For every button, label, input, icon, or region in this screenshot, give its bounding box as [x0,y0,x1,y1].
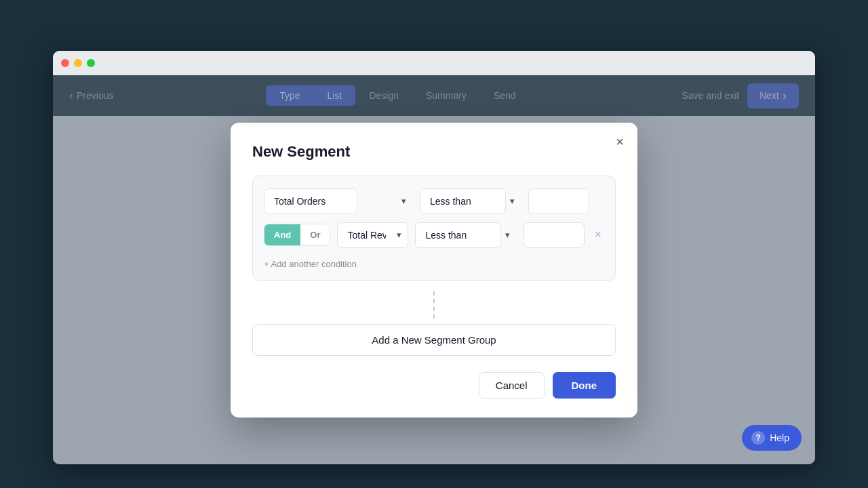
condition1-field-chevron-icon: ▾ [401,196,406,206]
condition-row-2: And Or Total Revenue Total Orders Last O… [264,222,604,248]
add-condition-link[interactable]: + Add another condition [264,256,357,273]
dashed-connector [252,291,616,319]
condition-row-1: Total Orders Total Revenue Last Order Fi… [264,188,604,214]
or-toggle-button[interactable]: Or [300,224,330,245]
browser-titlebar [53,51,815,75]
condition2-operator-select[interactable]: Less than Greater than Equal to [415,222,501,248]
condition2-value-input[interactable]: $50 [524,222,585,248]
dashed-line [433,291,435,319]
condition1-operator-select[interactable]: Less than Greater than Equal to [420,188,506,214]
condition2-remove-button[interactable]: × [591,226,604,243]
modal-backdrop: New Segment × Total Orders Total Revenue… [53,75,815,464]
help-label: Help [770,432,789,443]
and-toggle-button[interactable]: And [264,224,300,245]
modal-new-segment: New Segment × Total Orders Total Revenue… [231,123,637,418]
condition2-operator-wrapper: Less than Greater than Equal to ▾ [415,222,517,248]
browser-window: Previous Type List Design Summary Send S… [53,51,815,464]
condition1-operator-wrapper: Less than Greater than Equal to ▾ [420,188,521,214]
help-button[interactable]: ? Help [742,425,802,451]
modal-close-button[interactable]: × [616,135,624,148]
condition1-value-input[interactable]: 2 [528,188,589,214]
condition1-field-wrapper: Total Orders Total Revenue Last Order Fi… [264,188,413,214]
cancel-button[interactable]: Cancel [479,372,545,399]
condition1-field-select[interactable]: Total Orders Total Revenue Last Order Fi… [264,188,357,214]
traffic-light-green[interactable] [87,59,95,67]
add-segment-group-button[interactable]: Add a New Segment Group [252,324,616,356]
modal-footer: Cancel Done [252,372,616,399]
traffic-light-red[interactable] [61,59,69,67]
and-or-toggle: And Or [264,224,330,246]
traffic-light-yellow[interactable] [74,59,82,67]
modal-title: New Segment [252,143,616,161]
help-icon: ? [751,431,765,445]
segment-group-card: Total Orders Total Revenue Last Order Fi… [252,176,616,281]
condition1-operator-chevron-icon: ▾ [510,196,515,206]
condition2-field-select[interactable]: Total Revenue Total Orders Last Order Fi… [337,222,408,248]
done-button[interactable]: Done [553,372,616,399]
condition2-field-wrapper: Total Revenue Total Orders Last Order Fi… [337,222,408,248]
condition2-operator-chevron-icon: ▾ [505,230,510,240]
